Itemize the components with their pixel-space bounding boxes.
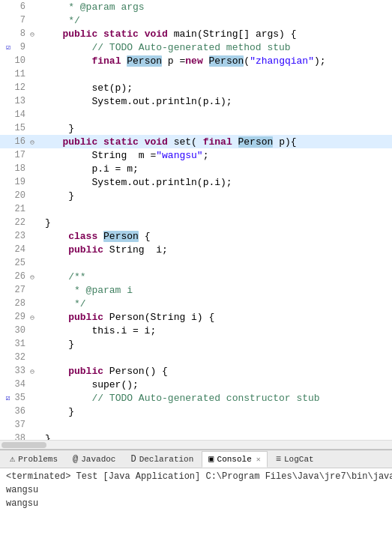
code-line: 11 xyxy=(0,67,392,81)
token: * @param args xyxy=(45,1,145,13)
token xyxy=(139,28,145,40)
code-line: 19 System.out.println(p.i); xyxy=(0,175,392,189)
token: { xyxy=(139,231,151,242)
line-number: 9 xyxy=(15,42,30,52)
line-number-col: 21 xyxy=(0,204,42,214)
token xyxy=(45,136,62,148)
fold-icon[interactable]: ⊖ xyxy=(30,30,37,37)
line-number: 24 xyxy=(15,244,30,255)
token: String i; xyxy=(103,244,168,256)
code-line: 6 * @param args xyxy=(0,0,392,13)
token: Person() { xyxy=(103,366,168,377)
code-line: 31 } xyxy=(0,337,392,351)
tab-logcat[interactable]: ≡LogCat xyxy=(269,451,321,468)
code-line: ☑35 // TODO Auto-generated constructor s… xyxy=(0,391,392,405)
token: Person xyxy=(238,136,274,148)
code-line: 12 set(p); xyxy=(0,81,392,94)
line-number-col: 26⊖ xyxy=(0,271,42,282)
horizontal-scrollbar[interactable] xyxy=(0,440,392,449)
tab-close-console[interactable]: ✕ xyxy=(256,455,261,464)
line-number-col: 13 xyxy=(0,96,42,106)
token: set( xyxy=(168,136,203,148)
line-number: 28 xyxy=(15,298,30,309)
token xyxy=(45,312,68,323)
line-number-col: 24 xyxy=(0,244,42,255)
tab-bar: ⚠Problems@JavadocDDeclaration▣Console✕≡L… xyxy=(0,450,392,468)
line-number-col: 12 xyxy=(0,82,42,93)
fold-icon[interactable]: ⊖ xyxy=(30,273,37,280)
token: set(p); xyxy=(45,82,133,94)
code-container[interactable]: 6 * @param args7 */8⊖ public static void… xyxy=(0,0,392,440)
token: final xyxy=(203,136,232,148)
token: "wangsu" xyxy=(156,150,202,161)
code-content xyxy=(42,352,392,363)
editor-area: 6 * @param args7 */8⊖ public static void… xyxy=(0,0,392,450)
token: this.i = i; xyxy=(45,325,156,336)
code-line: 16⊖ public static void set( final Person… xyxy=(0,135,392,148)
fold-icon[interactable]: ⊖ xyxy=(30,138,37,145)
fold-icon[interactable]: ⊖ xyxy=(30,367,37,375)
console-line: <terminated> Test [Java Application] C:\… xyxy=(6,471,386,485)
line-number: 32 xyxy=(15,352,30,363)
code-content: String m ="wangsu"; xyxy=(42,150,392,161)
code-content: // TODO Auto-generated constructor stub xyxy=(42,393,392,404)
tab-label-console: Console xyxy=(217,455,252,464)
line-number: 29 xyxy=(15,312,30,322)
tab-problems[interactable]: ⚠Problems xyxy=(3,451,64,468)
breakpoint-checkbox[interactable]: ☑ xyxy=(3,393,13,403)
line-number: 16 xyxy=(15,136,30,147)
code-content: final Person p =new Person("zhangqian"); xyxy=(42,55,392,67)
code-line: 24 public String i; xyxy=(0,243,392,256)
token: static xyxy=(103,28,139,40)
line-number: 31 xyxy=(15,339,30,349)
console-output: <terminated> Test [Java Application] C:\… xyxy=(0,468,392,547)
token: p){ xyxy=(273,136,296,148)
code-content: /** xyxy=(42,271,392,282)
fold-icon[interactable]: ⊖ xyxy=(30,313,37,321)
code-line: 28 */ xyxy=(0,297,392,310)
token: } xyxy=(45,406,74,417)
line-number: 26 xyxy=(15,271,30,282)
line-number: 36 xyxy=(15,406,30,417)
token xyxy=(45,366,68,377)
line-number: 37 xyxy=(15,420,30,430)
breakpoint-checkbox[interactable]: ☑ xyxy=(3,42,13,52)
code-line: 32 xyxy=(0,351,392,364)
code-content: System.out.println(p.i); xyxy=(42,96,392,107)
tab-label-javadoc: Javadoc xyxy=(81,455,115,464)
tab-icon-problems: ⚠ xyxy=(10,453,15,465)
tab-declaration[interactable]: DDeclaration xyxy=(124,451,200,468)
tab-icon-javadoc: @ xyxy=(73,454,78,465)
line-number: 6 xyxy=(15,1,30,12)
code-content xyxy=(42,258,392,269)
code-line: 14 xyxy=(0,108,392,121)
token: // TODO Auto-generated method stub xyxy=(91,42,290,53)
token: main(String[] args) { xyxy=(168,28,297,40)
code-line: 33⊖ public Person() { xyxy=(0,364,392,378)
token xyxy=(203,55,209,67)
code-content: } xyxy=(42,190,392,202)
tab-icon-logcat: ≡ xyxy=(276,454,281,465)
code-content: } xyxy=(42,123,392,134)
code-line: 37 xyxy=(0,418,392,432)
line-number: 19 xyxy=(15,177,30,187)
line-number-col: 16⊖ xyxy=(0,136,42,147)
line-number: 15 xyxy=(15,123,30,133)
code-content: public Person() { xyxy=(42,366,392,377)
token: Person(String i) { xyxy=(103,312,214,323)
line-number: 21 xyxy=(15,204,30,214)
code-line: 8⊖ public static void main(String[] args… xyxy=(0,27,392,40)
token xyxy=(139,136,145,148)
code-line: 29⊖ public Person(String i) { xyxy=(0,310,392,324)
tab-console[interactable]: ▣Console✕ xyxy=(202,451,267,468)
token: final xyxy=(91,55,121,67)
code-content: * @param i xyxy=(42,285,392,296)
tab-javadoc[interactable]: @Javadoc xyxy=(66,451,122,468)
token: "zhangqian" xyxy=(250,55,314,67)
line-number: 11 xyxy=(15,69,30,79)
line-number-col: ☑9 xyxy=(0,42,42,52)
line-number: 7 xyxy=(15,15,30,25)
token: public xyxy=(68,312,103,323)
line-number: 17 xyxy=(15,150,30,160)
token: Person xyxy=(209,55,244,67)
